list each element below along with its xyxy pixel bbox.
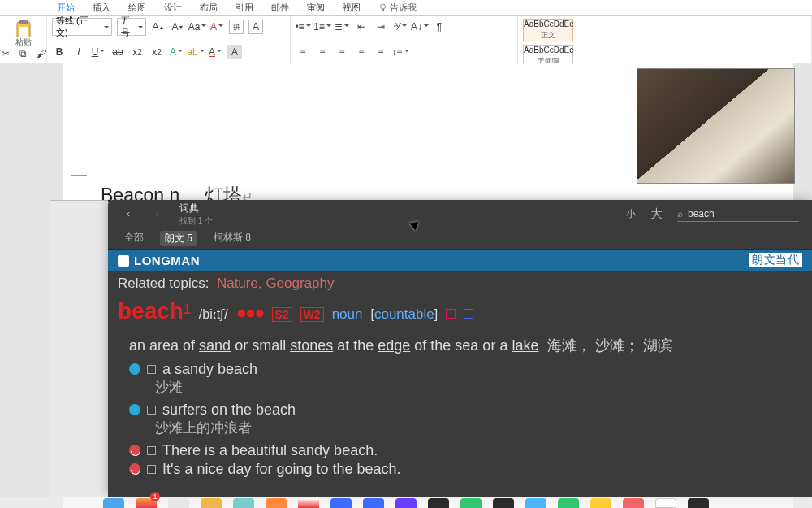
dock-app-17[interactable]: [623, 498, 644, 508]
distribute-icon[interactable]: ≡: [374, 45, 388, 59]
dict-tab-all[interactable]: 全部: [124, 231, 144, 246]
font-name-select[interactable]: 等线 (正文): [52, 18, 112, 36]
number-list-icon[interactable]: 1≡: [315, 20, 330, 34]
dock-app-7[interactable]: [298, 498, 319, 508]
dict-tab-longman[interactable]: 朗文 5: [160, 231, 197, 246]
highlight-icon[interactable]: ab: [188, 45, 203, 59]
link-lake[interactable]: lake: [512, 337, 538, 354]
dock-app-10[interactable]: [395, 498, 417, 508]
dict-toolbar: ‹ › 词典 找到 1 个 小 大 ⌕: [108, 200, 812, 228]
justify-icon[interactable]: ≡: [354, 45, 369, 59]
tab-draw[interactable]: 绘图: [128, 2, 146, 14]
speaker-icon[interactable]: [129, 363, 140, 375]
dock-app-11[interactable]: [428, 498, 449, 508]
link-edge[interactable]: edge: [378, 337, 410, 354]
font-large-button[interactable]: 大: [650, 206, 663, 222]
dock-app-12[interactable]: [460, 498, 482, 508]
dock-app-4[interactable]: [201, 498, 222, 508]
tab-home[interactable]: 开始: [57, 2, 75, 14]
speaker-muted-icon[interactable]: [129, 463, 140, 475]
countability: countable: [374, 306, 434, 322]
tab-references[interactable]: 引用: [235, 2, 253, 14]
dock-app-5[interactable]: [233, 498, 254, 508]
font-color-icon[interactable]: A: [208, 45, 222, 59]
phonetic-guide-icon[interactable]: 拼: [229, 20, 244, 34]
align-center-icon[interactable]: ≡: [315, 45, 330, 59]
dock-app-8[interactable]: [330, 498, 352, 508]
dock-app-13[interactable]: [493, 498, 514, 508]
underline-button[interactable]: U: [91, 45, 106, 59]
dock-app-3[interactable]: [168, 498, 189, 508]
dict-search[interactable]: ⌕: [677, 206, 799, 222]
example-1-cn: 沙滩: [108, 378, 812, 400]
dict-title: 词典: [179, 202, 213, 215]
topic-geography[interactable]: Geography: [266, 276, 334, 291]
nav-forward-icon[interactable]: ›: [150, 208, 165, 219]
align-left-icon[interactable]: ≡: [296, 45, 310, 59]
dock-app-15[interactable]: [558, 498, 579, 508]
dock-app-19[interactable]: [688, 498, 709, 508]
italic-button[interactable]: I: [71, 45, 86, 59]
format-painter-icon[interactable]: 🖌: [34, 46, 49, 61]
tell-me[interactable]: 告诉我: [378, 2, 417, 14]
paste-icon[interactable]: [15, 20, 32, 37]
checkbox[interactable]: [147, 365, 156, 374]
link-stones[interactable]: stones: [290, 337, 333, 354]
speaker-muted-icon[interactable]: [129, 445, 140, 456]
subscript-button[interactable]: x2: [130, 45, 145, 59]
box-icon[interactable]: [446, 309, 456, 319]
dock-app-6[interactable]: [266, 498, 287, 508]
dock-app-finder[interactable]: [103, 498, 124, 508]
char-border-icon[interactable]: A: [248, 20, 263, 34]
decrease-font-icon[interactable]: A▼: [171, 20, 185, 34]
asian-layout-icon[interactable]: ᴬ⁄: [393, 20, 408, 34]
cut-icon[interactable]: ✂: [0, 46, 13, 61]
multilevel-list-icon[interactable]: ≣: [335, 20, 349, 34]
dict-tab-collins[interactable]: 柯林斯 8: [214, 231, 251, 246]
dock-app-14[interactable]: [525, 498, 546, 508]
align-right-icon[interactable]: ≡: [335, 45, 349, 59]
dict-search-input[interactable]: [688, 208, 777, 219]
tab-mailings[interactable]: 邮件: [271, 2, 289, 14]
increase-font-icon[interactable]: A▲: [151, 20, 166, 34]
dock-app-18[interactable]: [655, 498, 676, 508]
change-case-icon[interactable]: Aa: [190, 20, 205, 34]
char-shading-icon[interactable]: A: [227, 45, 242, 59]
example-2-cn: 沙滩上的冲浪者: [108, 419, 812, 441]
example-1: a sandy beach: [108, 359, 812, 378]
show-marks-icon[interactable]: ¶: [432, 20, 447, 34]
checkbox[interactable]: [147, 465, 156, 474]
bullet-list-icon[interactable]: •≡: [296, 20, 310, 34]
dock-app-16[interactable]: [590, 498, 611, 508]
sort-icon[interactable]: A↓: [412, 20, 427, 34]
tab-review[interactable]: 审阅: [307, 2, 325, 14]
ribbon-body: 粘贴 ✂ ⧉ 🖌 等线 (正文) 五号 A▲ A▼ Aa A 拼 A B I U…: [0, 16, 812, 63]
font-size-select[interactable]: 五号: [117, 18, 146, 36]
box-icon-2[interactable]: [464, 309, 473, 319]
tab-design[interactable]: 设计: [164, 2, 182, 14]
strike-button[interactable]: ab: [110, 45, 125, 59]
dock-app-9[interactable]: [363, 498, 384, 508]
clear-format-icon[interactable]: A: [209, 20, 224, 34]
speaker-icon[interactable]: [129, 404, 140, 415]
checkbox[interactable]: [147, 406, 156, 415]
text-effects-icon[interactable]: A: [169, 45, 184, 59]
style-normal[interactable]: AaBbCcDdEe 正文: [523, 19, 573, 41]
superscript-button[interactable]: x2: [149, 45, 164, 59]
related-topics: Related topics: Nature, Geography: [108, 271, 812, 297]
copy-icon[interactable]: ⧉: [16, 46, 31, 61]
tab-layout[interactable]: 布局: [200, 2, 218, 14]
font-small-button[interactable]: 小: [626, 207, 636, 221]
nav-back-icon[interactable]: ‹: [121, 208, 136, 219]
longman-icon: [118, 255, 129, 267]
link-sand[interactable]: sand: [199, 337, 231, 354]
decrease-indent-icon[interactable]: ⇤: [354, 20, 369, 34]
tab-insert[interactable]: 插入: [93, 2, 110, 14]
dock-app-2[interactable]: 1: [136, 498, 157, 508]
topic-nature[interactable]: Nature: [217, 276, 258, 291]
bold-button[interactable]: B: [52, 45, 67, 59]
line-spacing-icon[interactable]: ↕≡: [393, 45, 408, 59]
checkbox[interactable]: [147, 446, 156, 455]
tab-view[interactable]: 视图: [343, 2, 361, 14]
increase-indent-icon[interactable]: ⇥: [374, 20, 388, 34]
